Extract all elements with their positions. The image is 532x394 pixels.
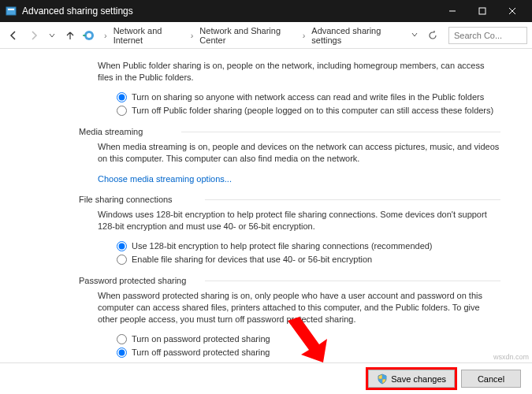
back-button[interactable] xyxy=(5,27,22,44)
svg-rect-8 xyxy=(83,35,86,36)
section-heading-password: Password protected sharing xyxy=(79,276,500,285)
address-dropdown[interactable] xyxy=(407,31,422,40)
breadcrumb-network[interactable]: Network and Internet xyxy=(110,24,188,46)
radio-encryption-128[interactable]: Use 128-bit encryption to help protect f… xyxy=(117,240,500,252)
titlebar: Advanced sharing settings xyxy=(0,0,532,22)
up-button[interactable] xyxy=(61,27,79,44)
radio-label: Turn on password protected sharing xyxy=(132,333,270,345)
content-pane: When Public folder sharing is on, people… xyxy=(0,49,532,362)
section-heading-media: Media streaming xyxy=(79,127,500,136)
public-folder-description: When Public folder sharing is on, people… xyxy=(98,60,500,84)
radio-label: Use 128-bit encryption to help protect f… xyxy=(132,240,433,252)
chevron-right-icon: › xyxy=(102,31,109,40)
minimize-button[interactable] xyxy=(437,0,467,22)
maximize-button[interactable] xyxy=(467,0,497,22)
radio-label: Turn off Public folder sharing (people l… xyxy=(132,105,493,117)
radio-password-off[interactable]: Turn off password protected sharing xyxy=(117,347,500,359)
breadcrumb-advanced-sharing[interactable]: Advanced sharing settings xyxy=(308,24,404,46)
filesharing-radio-group: Use 128-bit encryption to help protect f… xyxy=(117,240,500,266)
radio-input[interactable] xyxy=(117,334,127,344)
refresh-button[interactable] xyxy=(425,28,441,43)
forward-button[interactable] xyxy=(25,27,43,44)
radio-label: Enable file sharing for devices that use… xyxy=(132,254,372,266)
radio-public-share-on[interactable]: Turn on sharing so anyone with network a… xyxy=(117,91,500,103)
chevron-right-icon: › xyxy=(301,31,307,40)
radio-input[interactable] xyxy=(117,106,127,116)
save-changes-button[interactable]: Save changes xyxy=(368,370,455,388)
password-description: When password protected sharing is on, o… xyxy=(98,290,500,325)
radio-encryption-4056[interactable]: Enable file sharing for devices that use… xyxy=(117,254,500,266)
radio-input[interactable] xyxy=(117,92,127,102)
radio-input[interactable] xyxy=(117,241,127,251)
svg-rect-3 xyxy=(479,8,485,14)
window-title: Advanced sharing settings xyxy=(22,6,437,17)
public-folder-radio-group: Turn on sharing so anyone with network a… xyxy=(117,91,500,117)
search-input[interactable] xyxy=(448,27,527,44)
radio-label: Turn on sharing so anyone with network a… xyxy=(132,91,484,103)
media-streaming-link[interactable]: Choose media streaming options... xyxy=(98,174,232,184)
radio-input[interactable] xyxy=(117,348,127,358)
section-heading-filesharing: File sharing connections xyxy=(79,195,500,204)
filesharing-description: Windows uses 128-bit encryption to help … xyxy=(98,209,500,232)
button-label: Cancel xyxy=(478,374,504,384)
media-description: When media streaming is on, people and d… xyxy=(98,141,500,165)
svg-point-7 xyxy=(87,33,91,38)
uac-shield-icon xyxy=(377,374,388,385)
radio-public-share-off[interactable]: Turn off Public folder sharing (people l… xyxy=(117,105,500,117)
radio-label: Turn off password protected sharing xyxy=(132,347,270,359)
close-button[interactable] xyxy=(497,0,527,22)
navbar: › Network and Internet › Network and Sha… xyxy=(0,22,532,49)
footer-bar: Save changes Cancel xyxy=(0,362,532,394)
control-panel-icon xyxy=(5,5,17,17)
chevron-right-icon: › xyxy=(189,31,195,40)
history-dropdown[interactable] xyxy=(46,31,58,40)
svg-rect-1 xyxy=(8,9,14,10)
breadcrumb: › Network and Internet › Network and Sha… xyxy=(99,24,404,46)
button-label: Save changes xyxy=(391,374,446,384)
radio-input[interactable] xyxy=(117,255,127,265)
watermark: wsxdn.com xyxy=(493,353,529,361)
breadcrumb-sharing-center[interactable]: Network and Sharing Center xyxy=(196,24,299,46)
cancel-button[interactable]: Cancel xyxy=(461,370,521,388)
network-icon xyxy=(82,28,96,43)
radio-password-on[interactable]: Turn on password protected sharing xyxy=(117,333,500,345)
password-radio-group: Turn on password protected sharing Turn … xyxy=(117,333,500,359)
svg-rect-0 xyxy=(6,7,16,15)
